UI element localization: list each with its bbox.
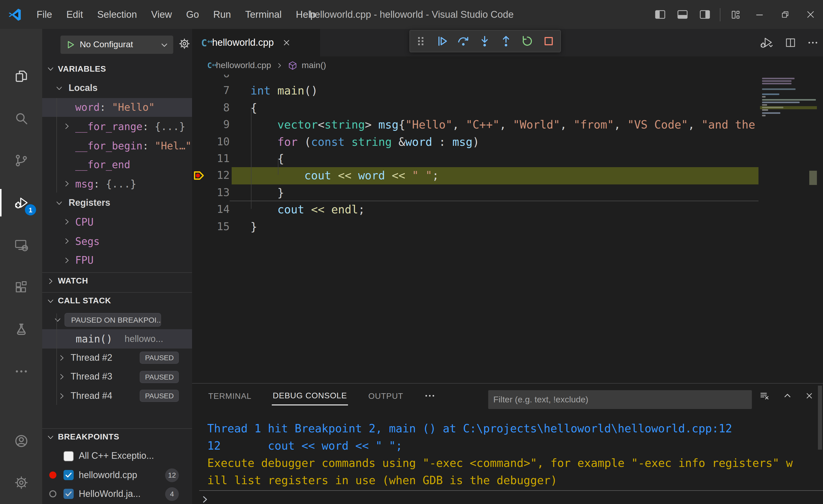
call-stack-row[interactable]: Thread #4PAUSED xyxy=(42,386,192,405)
activity-item-source-control[interactable] xyxy=(0,144,42,177)
activity-item-explorer[interactable] xyxy=(0,59,42,93)
restore-button[interactable] xyxy=(772,0,798,29)
section-breakpoints-header[interactable]: BREAKPOINTS xyxy=(42,428,192,445)
variable-row[interactable]: __for_range: {...} xyxy=(42,117,192,136)
more-actions-icon[interactable] xyxy=(807,37,819,49)
run-or-debug-icon[interactable] xyxy=(759,35,774,50)
close-window-button[interactable] xyxy=(798,0,823,29)
twistie-icon[interactable] xyxy=(62,256,71,265)
activity-item-extensions[interactable] xyxy=(0,270,42,304)
clear-console-icon[interactable] xyxy=(759,390,770,401)
step-over-button[interactable] xyxy=(457,34,470,48)
call-stack-row[interactable]: Thread #2PAUSED xyxy=(42,349,192,368)
start-debug-icon[interactable] xyxy=(65,40,76,50)
stop-button[interactable] xyxy=(542,34,555,48)
code-line[interactable]: 12 cout << word << " "; xyxy=(192,167,823,184)
activity-item-account[interactable] xyxy=(0,424,42,458)
menu-item-view[interactable]: View xyxy=(144,6,179,23)
twistie-icon[interactable] xyxy=(62,122,71,131)
step-into-button[interactable] xyxy=(478,34,491,48)
breakpoint-checkbox[interactable] xyxy=(63,451,74,461)
section-variables-header[interactable]: VARIABLES xyxy=(42,60,192,77)
toolbar-drag-grip-icon[interactable] xyxy=(415,35,427,47)
step-out-button[interactable] xyxy=(499,34,513,48)
close-panel-icon[interactable] xyxy=(805,391,814,400)
variable-row[interactable]: Segs xyxy=(42,232,192,251)
menu-item-go[interactable]: Go xyxy=(179,6,206,23)
twistie-icon[interactable] xyxy=(57,392,66,400)
close-tab-icon[interactable] xyxy=(282,38,291,47)
breakpoint-row[interactable]: All C++ Exceptio... xyxy=(42,447,192,466)
configure-gear-icon[interactable] xyxy=(178,37,191,50)
breakpoint-checkbox[interactable] xyxy=(63,470,74,480)
variable-row[interactable]: __for_end xyxy=(42,155,192,174)
twistie-icon[interactable] xyxy=(55,199,63,207)
variable-row[interactable]: Locals xyxy=(42,79,192,98)
breakpoint-row[interactable]: HelloWorld.ja...4 xyxy=(42,485,192,504)
twistie-icon[interactable] xyxy=(53,316,62,324)
minimap[interactable] xyxy=(760,75,817,383)
menu-item-terminal[interactable]: Terminal xyxy=(238,6,289,23)
activity-item-search[interactable] xyxy=(0,102,42,135)
code-line[interactable]: 9 vector<string> msg{"Hello", "C++", "Wo… xyxy=(192,116,823,133)
debug-console-output[interactable]: Thread 1 hit Breakpoint 2, main () at C:… xyxy=(207,420,813,489)
section-call-stack-header[interactable]: CALL STACK xyxy=(42,292,192,309)
minimize-button[interactable] xyxy=(747,0,772,29)
twistie-icon[interactable] xyxy=(57,354,66,362)
variable-row[interactable]: __for_begin: "Hel…" xyxy=(42,136,192,155)
maximize-panel-icon[interactable] xyxy=(782,391,793,401)
customize-layout-icon[interactable] xyxy=(724,0,747,29)
code-line[interactable]: 13 } xyxy=(192,184,823,201)
split-editor-icon[interactable] xyxy=(784,37,797,49)
tab-helloworld-cpp[interactable]: C++ helloworld.cpp xyxy=(192,29,320,56)
activity-item-more[interactable] xyxy=(0,355,42,388)
twistie-icon[interactable] xyxy=(55,84,63,93)
code-line[interactable]: 7int main() xyxy=(192,82,823,100)
twistie-icon[interactable] xyxy=(57,373,66,381)
code-line[interactable]: 11 { xyxy=(192,150,823,167)
panel-tab-debug-console[interactable]: DEBUG CONSOLE xyxy=(272,386,348,405)
variable-row[interactable]: msg: {...} xyxy=(42,174,192,193)
code-line[interactable]: 8{ xyxy=(192,100,823,117)
console-filter-input[interactable] xyxy=(488,390,752,409)
breadcrumb-file[interactable]: helloworld.cpp xyxy=(216,60,271,70)
toggle-secondary-sidebar-icon[interactable] xyxy=(693,0,716,29)
code-line[interactable]: 15} xyxy=(192,218,823,235)
code-line[interactable]: 6 xyxy=(192,75,823,82)
variable-row[interactable]: word: "Hello" xyxy=(42,98,192,117)
activity-item-run-and-debug[interactable]: 1 xyxy=(0,186,42,219)
code-line[interactable]: 14 cout << endl; xyxy=(192,201,823,218)
menu-item-run[interactable]: Run xyxy=(206,6,238,23)
toggle-primary-sidebar-icon[interactable] xyxy=(649,0,671,29)
restart-button[interactable] xyxy=(521,34,534,48)
variable-row[interactable]: FPU xyxy=(42,251,192,270)
menu-item-file[interactable]: File xyxy=(29,6,59,23)
breakpoint-checkbox[interactable] xyxy=(63,489,74,499)
breakpoint-row[interactable]: helloworld.cpp12 xyxy=(42,466,192,485)
code-editor[interactable]: 67int main()8{9 vector<string> msg{"Hell… xyxy=(192,75,823,383)
variable-row[interactable]: CPU xyxy=(42,212,192,231)
console-prompt-icon[interactable] xyxy=(200,494,210,504)
activity-item-remote-explorer[interactable] xyxy=(0,228,42,262)
twistie-icon[interactable] xyxy=(62,180,71,188)
panel-tab-terminal[interactable]: TERMINAL xyxy=(207,387,253,405)
call-stack-row[interactable]: PAUSED ON BREAKPOI... xyxy=(42,310,192,329)
panel-scrollbar[interactable] xyxy=(818,386,822,450)
panel-more-tabs-icon[interactable] xyxy=(424,390,436,402)
menu-item-edit[interactable]: Edit xyxy=(59,6,90,23)
call-stack-row[interactable]: main()hellowo... xyxy=(42,329,192,349)
toggle-panel-icon[interactable] xyxy=(671,0,693,29)
activity-item-testing[interactable] xyxy=(0,313,42,346)
call-stack-row[interactable]: Thread #3PAUSED xyxy=(42,367,192,386)
breadcrumb-symbol[interactable]: main() xyxy=(302,60,326,70)
menu-item-selection[interactable]: Selection xyxy=(90,6,144,23)
panel-tab-output[interactable]: OUTPUT xyxy=(367,387,404,405)
twistie-icon[interactable] xyxy=(62,237,71,245)
twistie-icon[interactable] xyxy=(62,218,71,226)
variable-row[interactable]: Registers xyxy=(42,193,192,212)
section-watch-header[interactable]: WATCH xyxy=(42,272,192,289)
activity-item-settings[interactable] xyxy=(0,466,42,499)
code-line[interactable]: 10 for (const string &word : msg) xyxy=(192,133,823,150)
continue-button[interactable] xyxy=(435,34,449,48)
debug-config-dropdown[interactable]: No Configurat xyxy=(60,35,173,54)
